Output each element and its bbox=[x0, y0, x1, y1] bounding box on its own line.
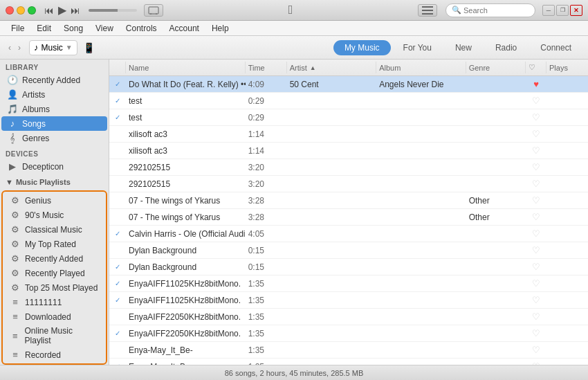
sidebar-item-recently-added[interactable]: 🕐 Recently Added bbox=[1, 73, 107, 87]
th-name[interactable]: Name bbox=[126, 62, 246, 73]
os-minimize-button[interactable] bbox=[542, 5, 555, 16]
cell-heart[interactable]: ♡ bbox=[526, 111, 546, 124]
th-album[interactable]: Album bbox=[376, 62, 466, 73]
table-row[interactable]: 07 - The wings of Ykarus3:28Other♡ bbox=[109, 209, 588, 226]
os-restore-button[interactable] bbox=[556, 5, 569, 16]
devices-header: Devices bbox=[0, 146, 109, 159]
table-row[interactable]: 2921025153:20♡ bbox=[109, 159, 588, 176]
cell-check: ✓ bbox=[109, 327, 126, 340]
cell-heart[interactable]: ♡ bbox=[526, 94, 546, 107]
table-row[interactable]: Enya-May_It_Be-1:35♡ bbox=[109, 342, 588, 359]
close-button[interactable] bbox=[6, 6, 14, 15]
search-input[interactable] bbox=[463, 6, 529, 15]
maximize-button[interactable] bbox=[28, 6, 36, 15]
th-time[interactable]: Time bbox=[246, 62, 287, 73]
sidebar-item-recorded[interactable]: ≡ Recorded bbox=[4, 347, 104, 362]
sidebar-item-artists[interactable]: 👤 Artists bbox=[1, 87, 107, 102]
table-row[interactable]: ✓Dylan Background0:15♡ bbox=[109, 259, 588, 275]
cell-heart[interactable]: ♡ bbox=[526, 310, 546, 323]
tab-new[interactable]: New bbox=[444, 40, 483, 55]
table-row[interactable]: ✓EnyaAIFF11025KHz8bitMono.1:35♡ bbox=[109, 275, 588, 292]
cell-heart[interactable]: ♡ bbox=[526, 127, 546, 141]
tab-my-music[interactable]: My Music bbox=[333, 40, 391, 55]
rewind-button[interactable]: ⏮ bbox=[43, 5, 55, 16]
status-bar: 86 songs, 2 hours, 45 minutes, 285.5 MB bbox=[0, 365, 588, 380]
table-row[interactable]: 2921025153:20♡ bbox=[109, 176, 588, 192]
table-row[interactable]: xilisoft ac31:14♡ bbox=[109, 143, 588, 159]
menu-help[interactable]: Help bbox=[206, 22, 235, 35]
cell-heart[interactable]: ♡ bbox=[526, 327, 546, 340]
volume-slider[interactable] bbox=[89, 9, 137, 12]
sidebar-item-11111111[interactable]: ≡ 11111111 bbox=[4, 295, 104, 309]
menu-file[interactable]: File bbox=[6, 22, 30, 35]
cell-heart[interactable]: ♡ bbox=[526, 244, 546, 257]
table-row[interactable]: 07 - The wings of Ykarus3:28Other♡ bbox=[109, 192, 588, 209]
sidebar-item-songs[interactable]: ♪ Songs bbox=[1, 116, 107, 131]
table-row[interactable]: EnyaAIFF22050KHz8bitMono.1:35♡ bbox=[109, 309, 588, 325]
menu-song[interactable]: Song bbox=[58, 22, 89, 35]
table-row[interactable]: Dylan Background0:15♡ bbox=[109, 242, 588, 259]
sidebar-item-classical[interactable]: ⚙ Classical Music bbox=[4, 222, 104, 237]
th-genre[interactable]: Genre bbox=[466, 62, 526, 73]
nav-buttons: ‹ › bbox=[6, 42, 24, 54]
os-close-button[interactable] bbox=[570, 5, 582, 16]
sidebar-item-albums[interactable]: 🎵 Albums bbox=[1, 102, 107, 116]
source-selector[interactable]: ♪ Music ▼ bbox=[29, 40, 77, 55]
table-row[interactable]: ✓test0:29♡ bbox=[109, 93, 588, 109]
forward-button[interactable]: › bbox=[15, 42, 24, 54]
play-button[interactable]: ▶ bbox=[57, 3, 68, 17]
table-row[interactable]: ✓EnyaAIFF11025KHz8bitMono.1:35♡ bbox=[109, 292, 588, 309]
cell-check bbox=[109, 343, 126, 356]
tab-for-you[interactable]: For You bbox=[392, 40, 443, 55]
table-row[interactable]: ✓test0:29♡ bbox=[109, 109, 588, 126]
cell-genre bbox=[466, 277, 526, 290]
back-button[interactable]: ‹ bbox=[6, 42, 14, 54]
th-artist[interactable]: Artist ▲ bbox=[287, 62, 377, 73]
sidebar-item-online-music[interactable]: ≡ Online Music Playlist bbox=[4, 324, 104, 347]
cell-name: test bbox=[126, 111, 246, 124]
cell-name: Enya-May_It_Be- bbox=[126, 360, 246, 365]
cell-heart[interactable]: ♡ bbox=[526, 227, 546, 240]
display-button[interactable] bbox=[144, 4, 163, 17]
table-row[interactable]: ✓Calvin Harris - Ole (Official Audio)4:0… bbox=[109, 226, 588, 242]
search-box[interactable]: 🔍 bbox=[445, 3, 535, 17]
cell-heart[interactable]: ♥ bbox=[526, 78, 546, 91]
song-table[interactable]: Name Time Artist ▲ Album Genre ♡ Plays ✓… bbox=[109, 60, 588, 365]
th-plays[interactable]: Plays bbox=[546, 62, 588, 73]
table-row[interactable]: ✓Enya-May_It_Be-1:35♡ bbox=[109, 359, 588, 365]
tab-connect[interactable]: Connect bbox=[529, 40, 582, 55]
cell-plays bbox=[546, 127, 588, 141]
sidebar-item-downloaded[interactable]: ≡ Downloaded bbox=[4, 309, 104, 324]
minimize-button[interactable] bbox=[17, 6, 25, 15]
cell-heart[interactable]: ♡ bbox=[526, 161, 546, 174]
tab-radio[interactable]: Radio bbox=[484, 40, 528, 55]
sidebar-item-top-rated[interactable]: ⚙ My Top Rated bbox=[4, 237, 104, 251]
table-row[interactable]: ✓EnyaAIFF22050KHz8bitMono.1:35♡ bbox=[109, 325, 588, 342]
playlists-label: Music Playlists bbox=[16, 178, 71, 186]
sidebar-item-90s[interactable]: ⚙ 90's Music bbox=[4, 208, 104, 222]
cell-heart[interactable]: ♡ bbox=[526, 144, 546, 157]
sidebar-item-genius[interactable]: ⚙ Genius bbox=[4, 193, 104, 208]
cell-heart[interactable]: ♡ bbox=[526, 210, 546, 224]
sidebar-item-decepticon[interactable]: ▶ Decepticon bbox=[1, 159, 107, 174]
menu-controls[interactable]: Controls bbox=[120, 22, 163, 35]
cell-heart[interactable]: ♡ bbox=[526, 277, 546, 290]
sidebar-item-top25[interactable]: ⚙ Top 25 Most Played bbox=[4, 280, 104, 295]
menu-account[interactable]: Account bbox=[164, 22, 205, 35]
list-view-button[interactable] bbox=[418, 4, 437, 17]
table-row[interactable]: ✓Do What It Do (Feat. R. Kelly) •••4:095… bbox=[109, 76, 588, 93]
fast-forward-button[interactable]: ⏭ bbox=[69, 5, 82, 16]
cell-heart[interactable]: ♡ bbox=[526, 343, 546, 356]
cell-heart[interactable]: ♡ bbox=[526, 293, 546, 307]
sidebar-item-genres[interactable]: 𝄞 Genres bbox=[1, 131, 107, 146]
menu-view[interactable]: View bbox=[90, 22, 119, 35]
playlists-header[interactable]: ▼ Music Playlists bbox=[0, 175, 109, 189]
cell-heart[interactable]: ♡ bbox=[526, 360, 546, 365]
sidebar-item-recently-played[interactable]: ⚙ Recently Played bbox=[4, 266, 104, 280]
sidebar-item-recently-added-pl[interactable]: ⚙ Recently Added bbox=[4, 251, 104, 266]
cell-heart[interactable]: ♡ bbox=[526, 177, 546, 190]
cell-heart[interactable]: ♡ bbox=[526, 194, 546, 207]
table-row[interactable]: xilisoft ac31:14♡ bbox=[109, 126, 588, 143]
menu-edit[interactable]: Edit bbox=[31, 22, 57, 35]
cell-heart[interactable]: ♡ bbox=[526, 260, 546, 273]
